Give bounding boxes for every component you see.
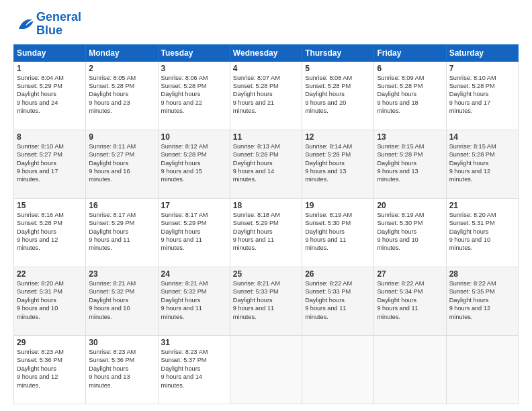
- calendar-cell: 10 Sunrise: 8:12 AM Sunset: 5:28 PM Dayl…: [158, 130, 230, 198]
- day-number: 22: [17, 269, 83, 279]
- calendar-cell: [302, 335, 374, 404]
- day-number: 18: [233, 201, 299, 210]
- day-info: Sunrise: 8:14 AM Sunset: 5:28 PM Dayligh…: [305, 142, 371, 184]
- calendar-cell: 1 Sunrise: 8:04 AM Sunset: 5:29 PM Dayli…: [14, 61, 86, 130]
- daylight-duration: 9 hours and 11 minutes.: [89, 236, 130, 251]
- sunrise-label: Sunrise: 8:14 AM: [305, 143, 352, 150]
- calendar-cell: 9 Sunrise: 8:11 AM Sunset: 5:27 PM Dayli…: [86, 130, 158, 198]
- daylight-duration: 9 hours and 13 minutes.: [89, 373, 130, 388]
- daylight-label: Daylight hours: [17, 160, 56, 167]
- day-number: 23: [89, 269, 154, 279]
- sunrise-label: Sunrise: 8:08 AM: [305, 75, 352, 81]
- daylight-label: Daylight hours: [305, 160, 345, 167]
- calendar-cell: 27 Sunrise: 8:22 AM Sunset: 5:34 PM Dayl…: [374, 267, 446, 335]
- sunrise-label: Sunrise: 8:07 AM: [233, 75, 280, 81]
- daylight-duration: 9 hours and 11 minutes.: [161, 305, 202, 320]
- sunset-label: Sunset: 5:30 PM: [305, 220, 351, 226]
- sunset-label: Sunset: 5:29 PM: [161, 220, 207, 226]
- day-info: Sunrise: 8:21 AM Sunset: 5:32 PM Dayligh…: [89, 279, 154, 321]
- daylight-label: Daylight hours: [17, 228, 56, 235]
- day-number: 20: [377, 201, 443, 210]
- sunset-label: Sunset: 5:28 PM: [89, 83, 134, 89]
- daylight-label: Daylight hours: [89, 91, 128, 97]
- logo-text-general: General: [36, 11, 81, 24]
- daylight-duration: 9 hours and 11 minutes.: [377, 305, 418, 320]
- day-number: 28: [449, 269, 515, 279]
- sunrise-label: Sunrise: 8:20 AM: [449, 212, 496, 218]
- daylight-label: Daylight hours: [89, 297, 128, 304]
- sunrise-label: Sunrise: 8:17 AM: [89, 212, 136, 218]
- daylight-duration: 9 hours and 20 minutes.: [305, 99, 346, 114]
- daylight-label: Daylight hours: [17, 297, 56, 304]
- sunrise-label: Sunrise: 8:11 AM: [89, 143, 136, 150]
- sunset-label: Sunset: 5:34 PM: [377, 288, 423, 295]
- sunrise-label: Sunrise: 8:15 AM: [449, 143, 496, 150]
- sunset-label: Sunset: 5:28 PM: [377, 151, 423, 158]
- day-info: Sunrise: 8:15 AM Sunset: 5:28 PM Dayligh…: [449, 142, 515, 184]
- daylight-label: Daylight hours: [17, 365, 56, 372]
- calendar-cell: 19 Sunrise: 8:19 AM Sunset: 5:30 PM Dayl…: [302, 198, 374, 267]
- day-number: 4: [233, 64, 299, 73]
- sunrise-label: Sunrise: 8:23 AM: [17, 349, 64, 355]
- day-number: 27: [377, 269, 443, 279]
- daylight-duration: 9 hours and 24 minutes.: [17, 99, 58, 114]
- sunrise-label: Sunrise: 8:21 AM: [161, 280, 208, 287]
- day-number: 10: [161, 132, 227, 142]
- day-info: Sunrise: 8:22 AM Sunset: 5:34 PM Dayligh…: [377, 279, 443, 321]
- day-number: 9: [89, 132, 154, 142]
- day-info: Sunrise: 8:08 AM Sunset: 5:28 PM Dayligh…: [305, 74, 371, 116]
- day-info: Sunrise: 8:18 AM Sunset: 5:29 PM Dayligh…: [233, 211, 299, 253]
- sunset-label: Sunset: 5:29 PM: [89, 220, 134, 226]
- daylight-label: Daylight hours: [161, 365, 201, 372]
- weekday-header-cell: Wednesday: [230, 44, 302, 61]
- daylight-duration: 9 hours and 15 minutes.: [161, 168, 202, 183]
- daylight-duration: 9 hours and 14 minutes.: [161, 373, 202, 388]
- day-number: 29: [17, 338, 83, 347]
- calendar-cell: 26 Sunrise: 8:22 AM Sunset: 5:33 PM Dayl…: [302, 267, 374, 335]
- calendar-cell: 20 Sunrise: 8:19 AM Sunset: 5:30 PM Dayl…: [374, 198, 446, 267]
- calendar-cell: [446, 335, 518, 404]
- weekday-header-cell: Monday: [86, 44, 158, 61]
- sunset-label: Sunset: 5:28 PM: [377, 83, 423, 89]
- sunrise-label: Sunrise: 8:06 AM: [161, 75, 208, 81]
- sunset-label: Sunset: 5:28 PM: [161, 83, 207, 89]
- sunset-label: Sunset: 5:30 PM: [377, 220, 423, 226]
- day-number: 1: [17, 64, 83, 73]
- sunrise-label: Sunrise: 8:20 AM: [17, 280, 64, 287]
- day-number: 19: [305, 201, 371, 210]
- day-info: Sunrise: 8:07 AM Sunset: 5:28 PM Dayligh…: [233, 74, 299, 116]
- logo: General Blue: [13, 11, 81, 38]
- calendar-cell: 21 Sunrise: 8:20 AM Sunset: 5:31 PM Dayl…: [446, 198, 518, 267]
- day-number: 11: [233, 132, 299, 142]
- day-info: Sunrise: 8:20 AM Sunset: 5:31 PM Dayligh…: [449, 211, 515, 253]
- calendar-cell: 25 Sunrise: 8:21 AM Sunset: 5:33 PM Dayl…: [230, 267, 302, 335]
- day-number: 12: [305, 132, 371, 142]
- daylight-duration: 9 hours and 23 minutes.: [89, 99, 130, 114]
- calendar-cell: 30 Sunrise: 8:23 AM Sunset: 5:36 PM Dayl…: [86, 335, 158, 404]
- page: General Blue SundayMondayTuesdayWednesda…: [0, 0, 532, 411]
- sunrise-label: Sunrise: 8:16 AM: [17, 212, 64, 218]
- sunset-label: Sunset: 5:27 PM: [17, 151, 62, 158]
- daylight-duration: 9 hours and 12 minutes.: [17, 236, 58, 251]
- sunset-label: Sunset: 5:29 PM: [17, 83, 62, 89]
- calendar-cell: 11 Sunrise: 8:13 AM Sunset: 5:28 PM Dayl…: [230, 130, 302, 198]
- day-number: 21: [449, 201, 515, 210]
- sunset-label: Sunset: 5:28 PM: [305, 151, 351, 158]
- day-info: Sunrise: 8:21 AM Sunset: 5:33 PM Dayligh…: [233, 279, 299, 321]
- daylight-label: Daylight hours: [161, 91, 201, 97]
- daylight-duration: 9 hours and 11 minutes.: [305, 236, 346, 251]
- sunset-label: Sunset: 5:33 PM: [233, 288, 279, 295]
- calendar-cell: 17 Sunrise: 8:17 AM Sunset: 5:29 PM Dayl…: [158, 198, 230, 267]
- sunset-label: Sunset: 5:28 PM: [449, 151, 495, 158]
- daylight-duration: 9 hours and 18 minutes.: [377, 99, 418, 114]
- sunset-label: Sunset: 5:31 PM: [17, 288, 62, 295]
- daylight-label: Daylight hours: [233, 160, 273, 167]
- calendar-cell: 23 Sunrise: 8:21 AM Sunset: 5:32 PM Dayl…: [86, 267, 158, 335]
- sunset-label: Sunset: 5:28 PM: [17, 220, 62, 226]
- calendar-cell: 15 Sunrise: 8:16 AM Sunset: 5:28 PM Dayl…: [14, 198, 86, 267]
- day-number: 16: [89, 201, 154, 210]
- calendar-cell: 8 Sunrise: 8:10 AM Sunset: 5:27 PM Dayli…: [14, 130, 86, 198]
- daylight-label: Daylight hours: [161, 297, 201, 304]
- logo-bird-icon: [13, 17, 35, 32]
- calendar-cell: 13 Sunrise: 8:15 AM Sunset: 5:28 PM Dayl…: [374, 130, 446, 198]
